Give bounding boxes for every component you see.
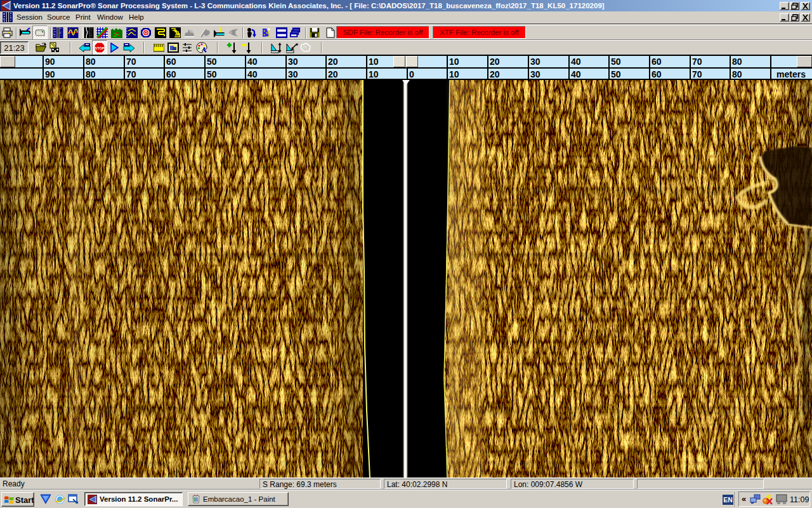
svg-text:STOP: STOP <box>95 46 105 50</box>
